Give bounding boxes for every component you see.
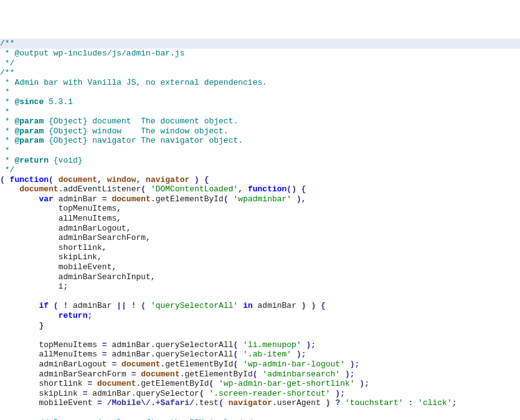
code-line: // Remove nojs class after the DOM is lo… [0,418,257,420]
code-line: * @since 5.3.1 [0,97,73,107]
code-line: topMenuItems = adminBar.querySelectorAll… [0,340,316,350]
code-line: return; [0,311,92,320]
code-line: */ [0,59,14,68]
code-line: adminBarLogout, [0,224,131,233]
code-line: * @output wp-includes/js/admin-bar.js [0,49,184,58]
code-line: if ( ! adminBar || ! ( 'querySelectorAll… [0,301,326,310]
code-line: /** [0,68,14,77]
code-line: topMenuItems, [0,204,121,213]
code-line: * @param {Object} navigator The navigato… [0,136,243,145]
code-line: * @param {Object} window The window obje… [0,126,229,136]
code-line: adminBarSearchInput, [0,272,156,282]
code-line: adminBarSearchForm = document.getElement… [0,370,355,379]
code-line: allMenuItems, [0,214,121,223]
code-line: /** [0,39,520,49]
code-line: * [0,87,10,97]
code-line: shortlink, [0,243,107,252]
code-line: * Admin bar with Vanilla JS, no external… [0,78,267,87]
code-line: } [0,321,44,330]
code-line: * @return {void} [0,156,83,165]
code-line: * [0,146,10,155]
code-line: document.addEventListener( 'DOMContentLo… [0,184,306,194]
code-line: var adminBar = document.getElementById( … [0,194,306,204]
code-line: shortlink = document.getElementById( 'wp… [0,379,369,388]
code-line: mobileEvent = /Mobile\/.+Safari/.test( n… [0,398,457,408]
code-line: allMenuItems = adminBar.querySelectorAll… [0,350,306,359]
code-line: mobileEvent, [0,262,116,272]
code-line: * @param {Object} document The document … [0,117,238,126]
code-line: skipLink = adminBar.querySelector( '.scr… [0,389,345,398]
code-line: adminBarSearchForm, [0,233,151,242]
code-line: ( function( document, window, navigator … [0,175,209,184]
code-line: * [0,107,10,117]
code-line: adminBarLogout = document.getElementById… [0,360,359,369]
code-line: i; [0,282,68,291]
code-block: /** * @output wp-includes/js/admin-bar.j… [0,39,520,420]
code-line: */ [0,165,14,174]
code-line: skipLink, [0,252,102,262]
